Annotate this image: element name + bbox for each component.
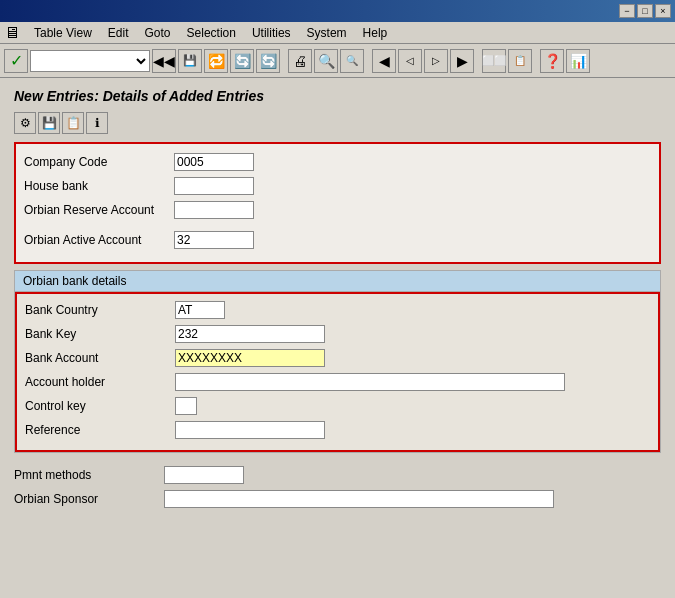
menu-selection[interactable]: Selection <box>179 24 244 42</box>
save-icon[interactable]: 💾 <box>178 49 202 73</box>
orbian-active-row: Orbian Active Account <box>24 230 651 250</box>
refresh2-icon[interactable]: 🔄 <box>256 49 280 73</box>
refresh1-icon[interactable]: 🔄 <box>230 49 254 73</box>
company-code-label: Company Code <box>24 155 174 169</box>
form-icon-4[interactable]: ℹ <box>86 112 108 134</box>
control-key-row: Control key <box>25 396 650 416</box>
find-next-icon[interactable]: 🔍 <box>340 49 364 73</box>
bank-key-label: Bank Key <box>25 327 175 341</box>
bank-account-row: Bank Account <box>25 348 650 368</box>
nav-prev-icon[interactable]: ◀ <box>372 49 396 73</box>
reference-row: Reference <box>25 420 650 440</box>
close-button[interactable]: × <box>655 4 671 18</box>
orbian-reserve-row: Orbian Reserve Account <box>24 200 651 220</box>
form-icon-toolbar: ⚙ 💾 📋 ℹ <box>6 108 669 138</box>
orbian-sponsor-label: Orbian Sponsor <box>14 492 164 506</box>
orbian-sponsor-input[interactable] <box>164 490 554 508</box>
account-holder-label: Account holder <box>25 375 175 389</box>
title-bar: − □ × <box>0 0 675 22</box>
reference-label: Reference <box>25 423 175 437</box>
select-all-icon[interactable]: ⬜⬜ <box>482 49 506 73</box>
reference-input[interactable] <box>175 421 325 439</box>
account-holder-input[interactable] <box>175 373 565 391</box>
bank-key-input[interactable] <box>175 325 325 343</box>
orbian-bank-group-body: Bank Country Bank Key Bank Account Accou… <box>15 292 660 452</box>
menu-goto[interactable]: Goto <box>137 24 179 42</box>
page-title: New Entries: Details of Added Entries <box>14 88 661 104</box>
bank-key-row: Bank Key <box>25 324 650 344</box>
bank-country-input[interactable] <box>175 301 225 319</box>
menu-edit[interactable]: Edit <box>100 24 137 42</box>
pmnt-methods-row: Pmnt methods <box>14 465 661 485</box>
bank-country-label: Bank Country <box>25 303 175 317</box>
orbian-reserve-label: Orbian Reserve Account <box>24 203 174 217</box>
bank-account-input[interactable] <box>175 349 325 367</box>
company-code-input[interactable] <box>174 153 254 171</box>
orbian-active-label: Orbian Active Account <box>24 233 174 247</box>
control-key-label: Control key <box>25 399 175 413</box>
orbian-reserve-input[interactable] <box>174 201 254 219</box>
deselect-icon[interactable]: 📋 <box>508 49 532 73</box>
maximize-button[interactable]: □ <box>637 4 653 18</box>
top-form-section: Company Code House bank Orbian Reserve A… <box>14 142 661 264</box>
app-icon: 🖥 <box>4 24 20 42</box>
bank-account-label: Bank Account <box>25 351 175 365</box>
menu-bar: 🖥 Table View Edit Goto Selection Utiliti… <box>0 22 675 44</box>
menu-utilities[interactable]: Utilities <box>244 24 299 42</box>
pmnt-methods-label: Pmnt methods <box>14 468 164 482</box>
company-code-row: Company Code <box>24 152 651 172</box>
pmnt-methods-input[interactable] <box>164 466 244 484</box>
orbian-bank-group-header: Orbian bank details <box>15 271 660 292</box>
house-bank-label: House bank <box>24 179 174 193</box>
toolbar: ✓ ◀◀ 💾 🔁 🔄 🔄 🖨 🔍 🔍 ◀ ◁ ▷ ▶ ⬜⬜ 📋 ❓ 📊 <box>0 44 675 78</box>
find-icon[interactable]: 🔍 <box>314 49 338 73</box>
control-key-input[interactable] <box>175 397 197 415</box>
house-bank-input[interactable] <box>174 177 254 195</box>
undo-icon[interactable]: 🔁 <box>204 49 228 73</box>
window-controls[interactable]: − □ × <box>619 4 671 18</box>
account-holder-row: Account holder <box>25 372 650 392</box>
form-icon-1[interactable]: ⚙ <box>14 112 36 134</box>
house-bank-row: House bank <box>24 176 651 196</box>
nav-next-icon[interactable]: ▷ <box>424 49 448 73</box>
print-icon[interactable]: 🖨 <box>288 49 312 73</box>
menu-help[interactable]: Help <box>355 24 396 42</box>
menu-table-view[interactable]: Table View <box>26 24 100 42</box>
nav-back-icon[interactable]: ◀◀ <box>152 49 176 73</box>
command-dropdown[interactable] <box>30 50 150 72</box>
main-content: New Entries: Details of Added Entries ⚙ … <box>0 78 675 598</box>
orbian-active-input[interactable] <box>174 231 254 249</box>
help-icon[interactable]: ❓ <box>540 49 564 73</box>
bottom-form-section: Pmnt methods Orbian Sponsor <box>6 459 669 519</box>
menu-system[interactable]: System <box>299 24 355 42</box>
orbian-sponsor-row: Orbian Sponsor <box>14 489 661 509</box>
minimize-button[interactable]: − <box>619 4 635 18</box>
form-icon-3[interactable]: 📋 <box>62 112 84 134</box>
nav-next2-icon[interactable]: ▶ <box>450 49 474 73</box>
page-title-bar: New Entries: Details of Added Entries <box>6 84 669 108</box>
form-icon-2[interactable]: 💾 <box>38 112 60 134</box>
check-icon[interactable]: ✓ <box>4 49 28 73</box>
bank-country-row: Bank Country <box>25 300 650 320</box>
customize-icon[interactable]: 📊 <box>566 49 590 73</box>
nav-prev2-icon[interactable]: ◁ <box>398 49 422 73</box>
orbian-bank-group: Orbian bank details Bank Country Bank Ke… <box>14 270 661 453</box>
